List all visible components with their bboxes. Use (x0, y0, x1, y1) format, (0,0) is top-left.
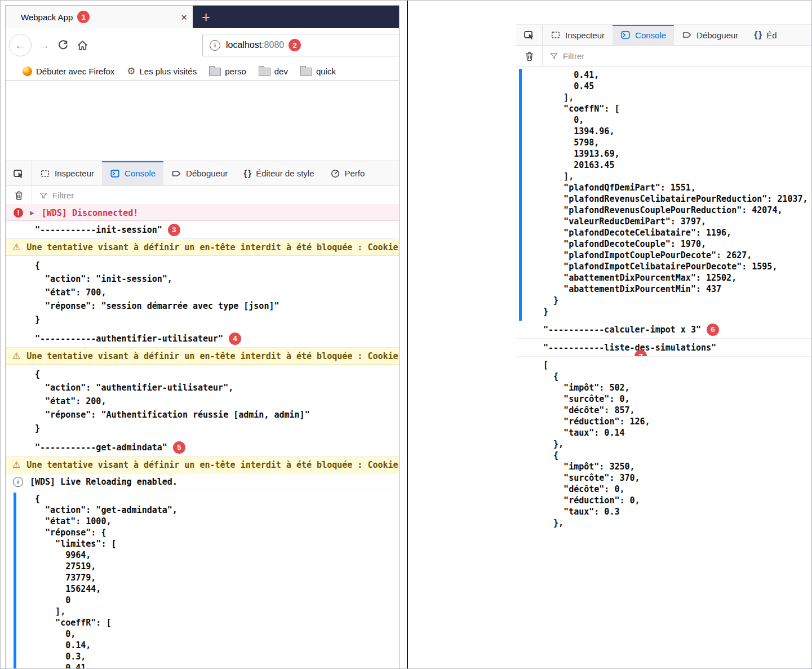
annotation-badge: 6 (707, 324, 719, 336)
console-row-json: [ { "impôt": 502, "surcôte": 0, "décôte"… (516, 357, 811, 532)
devtools-tab-bar: Inspecteur Console Débogueur { } Éd (516, 24, 811, 46)
browser-window: Webpack App 1 × + ← → i (5, 5, 400, 668)
bookmark-folder[interactable]: dev (259, 66, 288, 76)
browser-navbar: ← → i localhost:8080 2 (6, 28, 399, 62)
bookmark-label: Les plus visités (139, 67, 197, 76)
bookmark-item[interactable]: Débuter avec Firefox (23, 67, 114, 76)
console-row-json: { "action": "authentifier-utilisateur", … (6, 365, 399, 438)
tab-strip-empty: + (193, 6, 399, 28)
console-message-text: "-----------calculer-impot x 3" (543, 325, 701, 335)
braces-icon: { } (754, 30, 762, 40)
tab-debogueur[interactable]: Débogueur (674, 25, 746, 45)
forward-button[interactable]: → (38, 39, 50, 52)
devtools-tab-bar: Inspecteur Console Débogueur { } Édi (6, 161, 399, 186)
url-bar[interactable]: i localhost:8080 2 (202, 34, 400, 56)
braces-icon: { } (243, 169, 251, 179)
devtools-filter-bar: Filtrer (6, 186, 399, 205)
url-text: localhost:8080 (226, 40, 284, 50)
browser-tab[interactable]: Webpack App 1 × (6, 6, 193, 28)
annotation-badge: 3 (168, 224, 180, 236)
console-icon (110, 169, 120, 179)
annotation-badge-1: 1 (77, 11, 90, 23)
filter-placeholder: Filtrer (563, 51, 584, 61)
expand-arrow-icon[interactable]: ▶ (30, 210, 34, 216)
console-message-text: [WDS] Live Reloading enabled. (30, 477, 178, 487)
pick-element-button[interactable] (516, 25, 543, 45)
bookmark-folder[interactable]: perso (209, 66, 246, 76)
tab-label: Perfo (345, 169, 365, 178)
console-json-output: { "action": "init-session", "état": 700,… (35, 259, 399, 326)
tab-inspecteur[interactable]: Inspecteur (32, 161, 102, 185)
console-message-text: "-----------authentifier-utilisateur" (35, 334, 223, 344)
bookmark-label: dev (274, 67, 288, 76)
debugger-icon (171, 169, 181, 179)
console-row-json: 0.41, 0.45 ], "coeffN": [ 0, 1394.96, 57… (516, 67, 811, 321)
warning-icon: ⚠ (12, 460, 20, 469)
bookmarks-bar: Débuter avec Firefox ⚙ Les plus visités … (6, 62, 399, 81)
console-json-output: { "action": "get-admindata", "état": 100… (35, 493, 399, 668)
tab-label: Débogueur (186, 169, 228, 178)
annotation-badge: 4 (229, 333, 241, 345)
console-message-text: "-----------liste-des-simulations" (543, 343, 716, 353)
console-row-log: "-----------authentifier-utilisateur"4 (6, 330, 399, 348)
tab-debogueur[interactable]: Débogueur (163, 161, 236, 185)
site-info-icon[interactable]: i (210, 40, 220, 51)
annotation-badge: 5 (173, 441, 185, 454)
tab-performance[interactable]: Perfo (322, 161, 373, 185)
console-row-info: i[WDS] Live Reloading enabled. (6, 473, 399, 490)
devtools-left: Inspecteur Console Débogueur { } Édi (6, 161, 399, 668)
debugger-icon (682, 30, 692, 40)
console-icon (620, 30, 631, 40)
console-row-json: { "action": "init-session", "état": 700,… (6, 256, 399, 330)
clear-console-button[interactable] (516, 46, 543, 66)
tab-editeur-de-style[interactable]: { } Éd (746, 25, 784, 45)
close-tab-icon[interactable]: × (181, 12, 187, 23)
console-message-text: "-----------get-admindata" (35, 442, 167, 453)
console-json-output: [ { "impôt": 502, "surcôte": 0, "décôte"… (543, 360, 811, 529)
bookmark-folder[interactable]: quick (300, 66, 336, 76)
tab-console[interactable]: Console (613, 25, 674, 45)
tab-editeur-de-style[interactable]: { } Éditeur de style (236, 161, 322, 185)
filter-placeholder: Filtrer (52, 190, 74, 200)
info-icon: i (13, 477, 23, 487)
back-button[interactable]: ← (9, 34, 32, 56)
console-row-error: !▶[WDS] Disconnected! (6, 205, 399, 221)
gear-icon: ⚙ (127, 67, 135, 76)
console-row-warning: ⚠Une tentative visant à définir un en-tê… (6, 239, 399, 256)
console-row-log: "-----------init-session"3 (6, 221, 399, 239)
console-message-text: "-----------init-session" (35, 225, 162, 235)
folder-icon (300, 68, 312, 76)
log-group-accent-bar (14, 493, 16, 668)
bookmark-label: Débuter avec Firefox (36, 67, 114, 76)
folder-icon (209, 68, 221, 76)
tab-inspecteur[interactable]: Inspecteur (543, 25, 613, 45)
bookmark-label: perso (225, 67, 246, 76)
new-tab-button[interactable]: + (202, 7, 210, 28)
console-row-log: "-----------calculer-impot x 3"6 (516, 321, 811, 339)
warning-icon: ⚠ (12, 352, 20, 361)
filter-input[interactable]: Filtrer (549, 51, 584, 61)
tab-label: Console (125, 169, 156, 178)
filter-funnel-icon (549, 51, 558, 60)
filter-input[interactable]: Filtrer (39, 190, 74, 200)
tab-label: Débogueur (696, 30, 738, 40)
filter-funnel-icon (39, 191, 48, 200)
reload-button[interactable] (57, 39, 69, 51)
console-message-text: [WDS] Disconnected! (42, 208, 139, 218)
console-row-log: "-----------liste-des-simulations"7 (516, 339, 811, 357)
tab-label: Éd (766, 30, 776, 40)
inspector-icon (551, 30, 561, 40)
pick-element-button[interactable] (6, 161, 32, 185)
tab-label: Inspecteur (55, 169, 94, 178)
firefox-logo-icon (23, 67, 32, 76)
bookmark-item[interactable]: ⚙ Les plus visités (127, 67, 197, 76)
inspector-icon (40, 169, 50, 179)
home-button[interactable] (77, 39, 88, 51)
tab-label: Inspecteur (565, 30, 605, 40)
clear-console-button[interactable] (6, 186, 32, 205)
console-row-log: "-----------get-admindata"5 (6, 438, 399, 457)
tab-console[interactable]: Console (102, 161, 163, 185)
console-row-json: { "action": "get-admindata", "état": 100… (6, 490, 399, 668)
folder-icon (259, 68, 270, 76)
annotation-badge-2: 2 (289, 39, 301, 51)
